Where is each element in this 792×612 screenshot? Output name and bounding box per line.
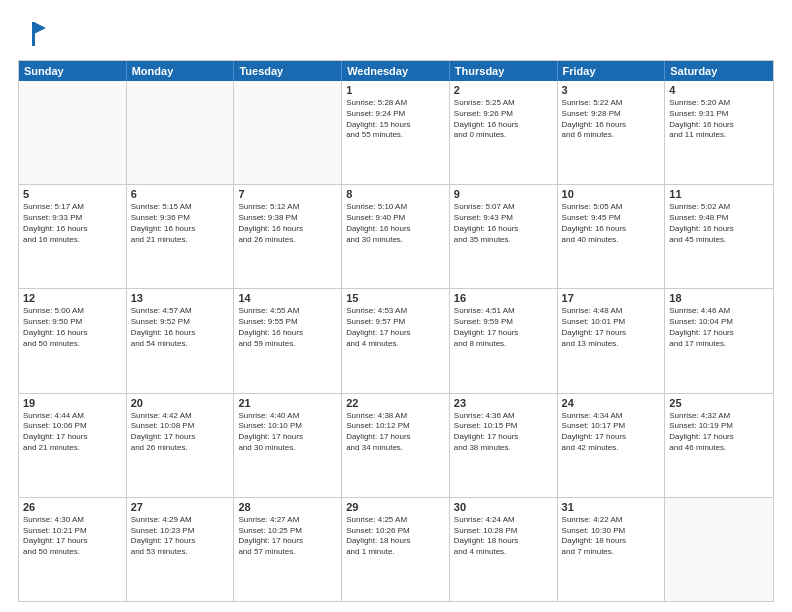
weekday-header-monday: Monday — [127, 61, 235, 81]
day-cell-16: 16Sunrise: 4:51 AM Sunset: 9:59 PM Dayli… — [450, 289, 558, 392]
day-number: 14 — [238, 292, 337, 304]
day-cell-10: 10Sunrise: 5:05 AM Sunset: 9:45 PM Dayli… — [558, 185, 666, 288]
day-info: Sunrise: 4:22 AM Sunset: 10:30 PM Daylig… — [562, 515, 661, 558]
day-info: Sunrise: 5:15 AM Sunset: 9:36 PM Dayligh… — [131, 202, 230, 245]
day-info: Sunrise: 5:25 AM Sunset: 9:26 PM Dayligh… — [454, 98, 553, 141]
day-number: 16 — [454, 292, 553, 304]
day-cell-12: 12Sunrise: 5:00 AM Sunset: 9:50 PM Dayli… — [19, 289, 127, 392]
day-number: 13 — [131, 292, 230, 304]
header — [18, 18, 774, 50]
day-info: Sunrise: 5:02 AM Sunset: 9:48 PM Dayligh… — [669, 202, 769, 245]
day-number: 31 — [562, 501, 661, 513]
day-number: 4 — [669, 84, 769, 96]
day-cell-28: 28Sunrise: 4:27 AM Sunset: 10:25 PM Dayl… — [234, 498, 342, 601]
day-number: 19 — [23, 397, 122, 409]
day-info: Sunrise: 5:07 AM Sunset: 9:43 PM Dayligh… — [454, 202, 553, 245]
day-cell-13: 13Sunrise: 4:57 AM Sunset: 9:52 PM Dayli… — [127, 289, 235, 392]
day-number: 30 — [454, 501, 553, 513]
page: SundayMondayTuesdayWednesdayThursdayFrid… — [0, 0, 792, 612]
day-cell-8: 8Sunrise: 5:10 AM Sunset: 9:40 PM Daylig… — [342, 185, 450, 288]
day-info: Sunrise: 4:48 AM Sunset: 10:01 PM Daylig… — [562, 306, 661, 349]
day-number: 2 — [454, 84, 553, 96]
day-info: Sunrise: 4:24 AM Sunset: 10:28 PM Daylig… — [454, 515, 553, 558]
day-info: Sunrise: 5:28 AM Sunset: 9:24 PM Dayligh… — [346, 98, 445, 141]
empty-cell — [19, 81, 127, 184]
day-info: Sunrise: 4:27 AM Sunset: 10:25 PM Daylig… — [238, 515, 337, 558]
day-cell-30: 30Sunrise: 4:24 AM Sunset: 10:28 PM Dayl… — [450, 498, 558, 601]
day-cell-4: 4Sunrise: 5:20 AM Sunset: 9:31 PM Daylig… — [665, 81, 773, 184]
day-info: Sunrise: 5:17 AM Sunset: 9:33 PM Dayligh… — [23, 202, 122, 245]
empty-cell — [127, 81, 235, 184]
calendar-row-0: 1Sunrise: 5:28 AM Sunset: 9:24 PM Daylig… — [19, 81, 773, 184]
day-number: 27 — [131, 501, 230, 513]
day-cell-3: 3Sunrise: 5:22 AM Sunset: 9:28 PM Daylig… — [558, 81, 666, 184]
day-number: 12 — [23, 292, 122, 304]
svg-rect-1 — [32, 22, 35, 46]
day-number: 22 — [346, 397, 445, 409]
day-info: Sunrise: 5:05 AM Sunset: 9:45 PM Dayligh… — [562, 202, 661, 245]
day-cell-15: 15Sunrise: 4:53 AM Sunset: 9:57 PM Dayli… — [342, 289, 450, 392]
day-cell-17: 17Sunrise: 4:48 AM Sunset: 10:01 PM Dayl… — [558, 289, 666, 392]
logo — [18, 18, 56, 50]
day-cell-1: 1Sunrise: 5:28 AM Sunset: 9:24 PM Daylig… — [342, 81, 450, 184]
day-number: 10 — [562, 188, 661, 200]
day-cell-7: 7Sunrise: 5:12 AM Sunset: 9:38 PM Daylig… — [234, 185, 342, 288]
day-number: 21 — [238, 397, 337, 409]
svg-marker-0 — [34, 22, 46, 34]
day-info: Sunrise: 4:30 AM Sunset: 10:21 PM Daylig… — [23, 515, 122, 558]
day-info: Sunrise: 4:34 AM Sunset: 10:17 PM Daylig… — [562, 411, 661, 454]
day-number: 20 — [131, 397, 230, 409]
day-info: Sunrise: 4:46 AM Sunset: 10:04 PM Daylig… — [669, 306, 769, 349]
logo-icon — [18, 18, 50, 50]
day-number: 9 — [454, 188, 553, 200]
day-cell-20: 20Sunrise: 4:42 AM Sunset: 10:08 PM Dayl… — [127, 394, 235, 497]
day-cell-21: 21Sunrise: 4:40 AM Sunset: 10:10 PM Dayl… — [234, 394, 342, 497]
day-info: Sunrise: 4:55 AM Sunset: 9:55 PM Dayligh… — [238, 306, 337, 349]
day-info: Sunrise: 4:53 AM Sunset: 9:57 PM Dayligh… — [346, 306, 445, 349]
day-number: 17 — [562, 292, 661, 304]
day-number: 6 — [131, 188, 230, 200]
day-number: 18 — [669, 292, 769, 304]
day-number: 7 — [238, 188, 337, 200]
calendar-body: 1Sunrise: 5:28 AM Sunset: 9:24 PM Daylig… — [19, 81, 773, 601]
day-cell-25: 25Sunrise: 4:32 AM Sunset: 10:19 PM Dayl… — [665, 394, 773, 497]
day-info: Sunrise: 5:00 AM Sunset: 9:50 PM Dayligh… — [23, 306, 122, 349]
day-info: Sunrise: 4:57 AM Sunset: 9:52 PM Dayligh… — [131, 306, 230, 349]
day-number: 8 — [346, 188, 445, 200]
day-number: 5 — [23, 188, 122, 200]
calendar-row-4: 26Sunrise: 4:30 AM Sunset: 10:21 PM Dayl… — [19, 497, 773, 601]
day-cell-14: 14Sunrise: 4:55 AM Sunset: 9:55 PM Dayli… — [234, 289, 342, 392]
day-cell-29: 29Sunrise: 4:25 AM Sunset: 10:26 PM Dayl… — [342, 498, 450, 601]
day-cell-26: 26Sunrise: 4:30 AM Sunset: 10:21 PM Dayl… — [19, 498, 127, 601]
calendar-row-3: 19Sunrise: 4:44 AM Sunset: 10:06 PM Dayl… — [19, 393, 773, 497]
day-info: Sunrise: 4:29 AM Sunset: 10:23 PM Daylig… — [131, 515, 230, 558]
calendar-row-1: 5Sunrise: 5:17 AM Sunset: 9:33 PM Daylig… — [19, 184, 773, 288]
day-info: Sunrise: 4:44 AM Sunset: 10:06 PM Daylig… — [23, 411, 122, 454]
day-cell-22: 22Sunrise: 4:38 AM Sunset: 10:12 PM Dayl… — [342, 394, 450, 497]
day-info: Sunrise: 4:36 AM Sunset: 10:15 PM Daylig… — [454, 411, 553, 454]
day-cell-11: 11Sunrise: 5:02 AM Sunset: 9:48 PM Dayli… — [665, 185, 773, 288]
day-number: 29 — [346, 501, 445, 513]
day-info: Sunrise: 4:25 AM Sunset: 10:26 PM Daylig… — [346, 515, 445, 558]
day-info: Sunrise: 4:42 AM Sunset: 10:08 PM Daylig… — [131, 411, 230, 454]
empty-cell — [234, 81, 342, 184]
day-cell-31: 31Sunrise: 4:22 AM Sunset: 10:30 PM Dayl… — [558, 498, 666, 601]
calendar: SundayMondayTuesdayWednesdayThursdayFrid… — [18, 60, 774, 602]
weekday-header-thursday: Thursday — [450, 61, 558, 81]
day-cell-19: 19Sunrise: 4:44 AM Sunset: 10:06 PM Dayl… — [19, 394, 127, 497]
day-info: Sunrise: 4:51 AM Sunset: 9:59 PM Dayligh… — [454, 306, 553, 349]
day-cell-2: 2Sunrise: 5:25 AM Sunset: 9:26 PM Daylig… — [450, 81, 558, 184]
day-info: Sunrise: 5:12 AM Sunset: 9:38 PM Dayligh… — [238, 202, 337, 245]
day-number: 28 — [238, 501, 337, 513]
day-cell-6: 6Sunrise: 5:15 AM Sunset: 9:36 PM Daylig… — [127, 185, 235, 288]
weekday-header-saturday: Saturday — [665, 61, 773, 81]
weekday-header-wednesday: Wednesday — [342, 61, 450, 81]
day-number: 11 — [669, 188, 769, 200]
day-number: 1 — [346, 84, 445, 96]
day-number: 24 — [562, 397, 661, 409]
weekday-header-tuesday: Tuesday — [234, 61, 342, 81]
day-info: Sunrise: 5:10 AM Sunset: 9:40 PM Dayligh… — [346, 202, 445, 245]
day-info: Sunrise: 5:22 AM Sunset: 9:28 PM Dayligh… — [562, 98, 661, 141]
day-cell-23: 23Sunrise: 4:36 AM Sunset: 10:15 PM Dayl… — [450, 394, 558, 497]
empty-cell — [665, 498, 773, 601]
